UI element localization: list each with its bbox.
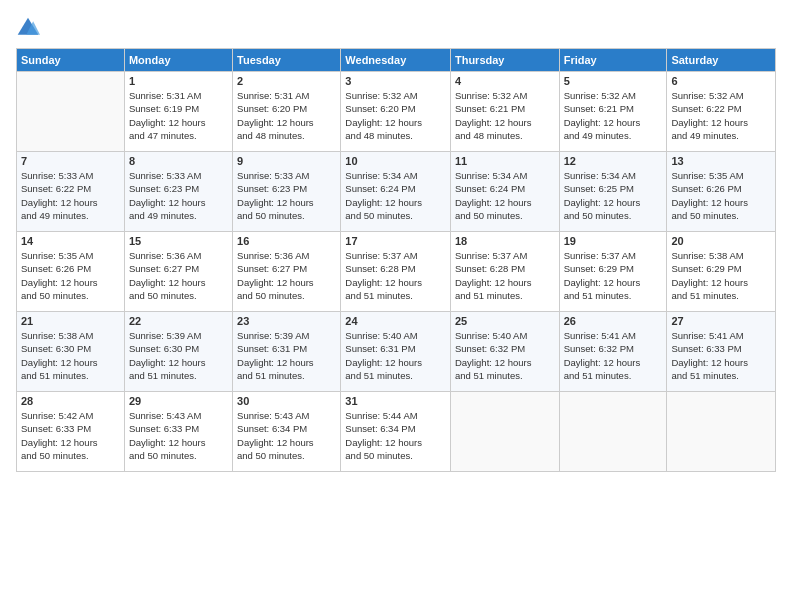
calendar-cell	[17, 72, 125, 152]
day-number: 9	[237, 155, 336, 167]
day-number: 26	[564, 315, 663, 327]
calendar-cell	[559, 392, 667, 472]
day-number: 27	[671, 315, 771, 327]
day-number: 19	[564, 235, 663, 247]
calendar-cell	[450, 392, 559, 472]
day-number: 28	[21, 395, 120, 407]
calendar-cell: 25 Sunrise: 5:40 AMSunset: 6:32 PMDaylig…	[450, 312, 559, 392]
day-detail: Sunrise: 5:33 AMSunset: 6:22 PMDaylight:…	[21, 170, 98, 221]
day-number: 10	[345, 155, 446, 167]
calendar-cell: 5 Sunrise: 5:32 AMSunset: 6:21 PMDayligh…	[559, 72, 667, 152]
day-number: 18	[455, 235, 555, 247]
calendar-cell: 28 Sunrise: 5:42 AMSunset: 6:33 PMDaylig…	[17, 392, 125, 472]
calendar-cell: 29 Sunrise: 5:43 AMSunset: 6:33 PMDaylig…	[124, 392, 232, 472]
day-detail: Sunrise: 5:37 AMSunset: 6:28 PMDaylight:…	[455, 250, 532, 301]
day-detail: Sunrise: 5:37 AMSunset: 6:29 PMDaylight:…	[564, 250, 641, 301]
calendar-week-row: 7 Sunrise: 5:33 AMSunset: 6:22 PMDayligh…	[17, 152, 776, 232]
calendar-week-row: 28 Sunrise: 5:42 AMSunset: 6:33 PMDaylig…	[17, 392, 776, 472]
calendar-cell: 23 Sunrise: 5:39 AMSunset: 6:31 PMDaylig…	[233, 312, 341, 392]
day-detail: Sunrise: 5:32 AMSunset: 6:22 PMDaylight:…	[671, 90, 748, 141]
day-number: 5	[564, 75, 663, 87]
day-detail: Sunrise: 5:44 AMSunset: 6:34 PMDaylight:…	[345, 410, 422, 461]
calendar-cell: 15 Sunrise: 5:36 AMSunset: 6:27 PMDaylig…	[124, 232, 232, 312]
weekday-header: Saturday	[667, 49, 776, 72]
weekday-header: Tuesday	[233, 49, 341, 72]
day-detail: Sunrise: 5:37 AMSunset: 6:28 PMDaylight:…	[345, 250, 422, 301]
day-number: 15	[129, 235, 228, 247]
day-detail: Sunrise: 5:32 AMSunset: 6:21 PMDaylight:…	[455, 90, 532, 141]
day-detail: Sunrise: 5:38 AMSunset: 6:30 PMDaylight:…	[21, 330, 98, 381]
day-detail: Sunrise: 5:40 AMSunset: 6:32 PMDaylight:…	[455, 330, 532, 381]
day-number: 12	[564, 155, 663, 167]
calendar-cell: 30 Sunrise: 5:43 AMSunset: 6:34 PMDaylig…	[233, 392, 341, 472]
day-detail: Sunrise: 5:34 AMSunset: 6:24 PMDaylight:…	[345, 170, 422, 221]
day-detail: Sunrise: 5:43 AMSunset: 6:33 PMDaylight:…	[129, 410, 206, 461]
day-detail: Sunrise: 5:36 AMSunset: 6:27 PMDaylight:…	[237, 250, 314, 301]
day-detail: Sunrise: 5:34 AMSunset: 6:25 PMDaylight:…	[564, 170, 641, 221]
weekday-header: Thursday	[450, 49, 559, 72]
day-number: 20	[671, 235, 771, 247]
day-detail: Sunrise: 5:41 AMSunset: 6:32 PMDaylight:…	[564, 330, 641, 381]
calendar-week-row: 1 Sunrise: 5:31 AMSunset: 6:19 PMDayligh…	[17, 72, 776, 152]
day-detail: Sunrise: 5:41 AMSunset: 6:33 PMDaylight:…	[671, 330, 748, 381]
calendar-cell: 19 Sunrise: 5:37 AMSunset: 6:29 PMDaylig…	[559, 232, 667, 312]
calendar-week-row: 21 Sunrise: 5:38 AMSunset: 6:30 PMDaylig…	[17, 312, 776, 392]
calendar-cell: 4 Sunrise: 5:32 AMSunset: 6:21 PMDayligh…	[450, 72, 559, 152]
calendar-cell: 18 Sunrise: 5:37 AMSunset: 6:28 PMDaylig…	[450, 232, 559, 312]
weekday-header-row: SundayMondayTuesdayWednesdayThursdayFrid…	[17, 49, 776, 72]
day-detail: Sunrise: 5:32 AMSunset: 6:21 PMDaylight:…	[564, 90, 641, 141]
day-detail: Sunrise: 5:43 AMSunset: 6:34 PMDaylight:…	[237, 410, 314, 461]
day-number: 2	[237, 75, 336, 87]
day-detail: Sunrise: 5:36 AMSunset: 6:27 PMDaylight:…	[129, 250, 206, 301]
calendar-cell: 31 Sunrise: 5:44 AMSunset: 6:34 PMDaylig…	[341, 392, 451, 472]
calendar-cell: 26 Sunrise: 5:41 AMSunset: 6:32 PMDaylig…	[559, 312, 667, 392]
day-number: 13	[671, 155, 771, 167]
calendar-cell: 1 Sunrise: 5:31 AMSunset: 6:19 PMDayligh…	[124, 72, 232, 152]
day-detail: Sunrise: 5:34 AMSunset: 6:24 PMDaylight:…	[455, 170, 532, 221]
day-number: 21	[21, 315, 120, 327]
calendar-cell: 3 Sunrise: 5:32 AMSunset: 6:20 PMDayligh…	[341, 72, 451, 152]
logo-icon	[16, 16, 40, 40]
day-detail: Sunrise: 5:33 AMSunset: 6:23 PMDaylight:…	[237, 170, 314, 221]
day-number: 17	[345, 235, 446, 247]
day-detail: Sunrise: 5:39 AMSunset: 6:31 PMDaylight:…	[237, 330, 314, 381]
day-detail: Sunrise: 5:31 AMSunset: 6:19 PMDaylight:…	[129, 90, 206, 141]
day-number: 7	[21, 155, 120, 167]
calendar-cell: 2 Sunrise: 5:31 AMSunset: 6:20 PMDayligh…	[233, 72, 341, 152]
calendar-cell: 13 Sunrise: 5:35 AMSunset: 6:26 PMDaylig…	[667, 152, 776, 232]
day-detail: Sunrise: 5:40 AMSunset: 6:31 PMDaylight:…	[345, 330, 422, 381]
calendar-cell: 11 Sunrise: 5:34 AMSunset: 6:24 PMDaylig…	[450, 152, 559, 232]
day-number: 16	[237, 235, 336, 247]
weekday-header: Monday	[124, 49, 232, 72]
logo	[16, 16, 44, 40]
calendar-cell: 21 Sunrise: 5:38 AMSunset: 6:30 PMDaylig…	[17, 312, 125, 392]
calendar-cell: 9 Sunrise: 5:33 AMSunset: 6:23 PMDayligh…	[233, 152, 341, 232]
weekday-header: Sunday	[17, 49, 125, 72]
calendar-cell	[667, 392, 776, 472]
day-number: 24	[345, 315, 446, 327]
day-number: 30	[237, 395, 336, 407]
day-number: 31	[345, 395, 446, 407]
calendar-cell: 7 Sunrise: 5:33 AMSunset: 6:22 PMDayligh…	[17, 152, 125, 232]
calendar-cell: 12 Sunrise: 5:34 AMSunset: 6:25 PMDaylig…	[559, 152, 667, 232]
weekday-header: Wednesday	[341, 49, 451, 72]
day-detail: Sunrise: 5:39 AMSunset: 6:30 PMDaylight:…	[129, 330, 206, 381]
day-detail: Sunrise: 5:33 AMSunset: 6:23 PMDaylight:…	[129, 170, 206, 221]
calendar-cell: 6 Sunrise: 5:32 AMSunset: 6:22 PMDayligh…	[667, 72, 776, 152]
day-number: 4	[455, 75, 555, 87]
calendar-cell: 24 Sunrise: 5:40 AMSunset: 6:31 PMDaylig…	[341, 312, 451, 392]
calendar-table: SundayMondayTuesdayWednesdayThursdayFrid…	[16, 48, 776, 472]
calendar-cell: 14 Sunrise: 5:35 AMSunset: 6:26 PMDaylig…	[17, 232, 125, 312]
calendar-cell: 27 Sunrise: 5:41 AMSunset: 6:33 PMDaylig…	[667, 312, 776, 392]
weekday-header: Friday	[559, 49, 667, 72]
day-number: 23	[237, 315, 336, 327]
calendar-week-row: 14 Sunrise: 5:35 AMSunset: 6:26 PMDaylig…	[17, 232, 776, 312]
calendar-cell: 8 Sunrise: 5:33 AMSunset: 6:23 PMDayligh…	[124, 152, 232, 232]
day-detail: Sunrise: 5:42 AMSunset: 6:33 PMDaylight:…	[21, 410, 98, 461]
day-number: 6	[671, 75, 771, 87]
calendar-cell: 16 Sunrise: 5:36 AMSunset: 6:27 PMDaylig…	[233, 232, 341, 312]
day-detail: Sunrise: 5:35 AMSunset: 6:26 PMDaylight:…	[671, 170, 748, 221]
day-number: 25	[455, 315, 555, 327]
day-number: 1	[129, 75, 228, 87]
day-number: 8	[129, 155, 228, 167]
